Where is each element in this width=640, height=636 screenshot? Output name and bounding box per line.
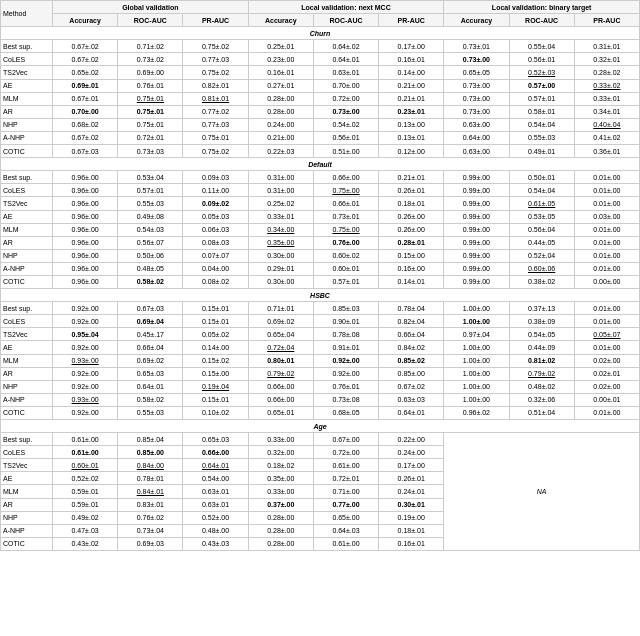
data-cell: 0.99±.00 <box>444 197 509 210</box>
data-cell: 0.67±.03 <box>118 302 183 315</box>
data-cell: 0.65±.02 <box>53 66 118 79</box>
lv2-rocauc-header: ROC-AUC <box>509 14 574 27</box>
method-cell: NHP <box>1 380 53 393</box>
data-cell: 0.65±.01 <box>248 406 313 419</box>
data-cell: 0.15±.01 <box>183 393 248 406</box>
data-cell: 0.72±.00 <box>313 446 378 459</box>
data-cell: 0.66±.04 <box>118 341 183 354</box>
data-cell: 0.73±.01 <box>444 40 509 53</box>
data-cell: 0.37±.13 <box>509 302 574 315</box>
data-cell: 0.85±.00 <box>118 446 183 459</box>
data-cell: 0.31±.00 <box>248 184 313 197</box>
data-cell: 0.92±.00 <box>53 315 118 328</box>
table-row: Best sup.0.92±.000.67±.030.15±.010.71±.0… <box>1 302 640 315</box>
data-cell: 0.08±.02 <box>183 275 248 288</box>
data-cell: 0.25±.01 <box>248 40 313 53</box>
data-cell: 0.17±.00 <box>379 40 444 53</box>
data-cell: 0.73±.00 <box>313 105 378 118</box>
data-cell: 0.49±.02 <box>53 511 118 524</box>
data-cell: 0.92±.00 <box>53 367 118 380</box>
data-cell: 0.47±.03 <box>53 524 118 537</box>
data-cell: 0.45±.17 <box>118 328 183 341</box>
data-cell: 0.93±.00 <box>53 393 118 406</box>
data-cell: 0.69±.01 <box>53 79 118 92</box>
data-cell: 0.69±.02 <box>248 315 313 328</box>
data-cell: 0.19±.04 <box>183 380 248 393</box>
data-cell: 0.75±.01 <box>118 92 183 105</box>
data-cell: 0.01±.00 <box>574 315 639 328</box>
data-cell: 0.73±.04 <box>118 524 183 537</box>
data-cell: 0.72±.01 <box>313 472 378 485</box>
table-row: Best sup.0.67±.020.71±.020.75±.020.25±.0… <box>1 40 640 53</box>
data-cell: 0.07±.07 <box>183 249 248 262</box>
data-cell: 0.77±.02 <box>183 105 248 118</box>
data-cell: 0.60±.02 <box>313 249 378 262</box>
method-cell: Best sup. <box>1 433 53 446</box>
data-cell: 0.09±.03 <box>183 171 248 184</box>
data-cell: 0.66±.04 <box>379 328 444 341</box>
data-cell: 0.85±.03 <box>313 302 378 315</box>
gv-accuracy-header: Accuracy <box>53 14 118 27</box>
data-cell: 0.79±.02 <box>248 367 313 380</box>
data-cell: 0.29±.01 <box>248 262 313 275</box>
data-cell: 0.32±.01 <box>574 53 639 66</box>
data-cell: 0.52±.02 <box>53 472 118 485</box>
method-cell: TS2Vec <box>1 459 53 472</box>
table-row: AE0.92±.000.66±.040.14±.000.72±.040.91±.… <box>1 341 640 354</box>
data-cell: 0.68±.02 <box>53 118 118 131</box>
data-cell: 0.18±.01 <box>379 197 444 210</box>
data-cell: 0.67±.02 <box>53 40 118 53</box>
data-cell: 0.53±.05 <box>509 210 574 223</box>
data-cell: 0.61±.00 <box>313 537 378 550</box>
section-header-age: Age <box>1 420 640 433</box>
data-cell: 0.17±.00 <box>379 459 444 472</box>
data-cell: 0.10±.02 <box>183 406 248 419</box>
data-cell: 0.96±.00 <box>53 275 118 288</box>
data-cell: 0.92±.00 <box>53 302 118 315</box>
data-cell: 0.49±.01 <box>509 145 574 158</box>
data-cell: 0.15±.00 <box>183 367 248 380</box>
method-cell: A-NHP <box>1 262 53 275</box>
data-cell: 0.01±.00 <box>574 184 639 197</box>
data-cell: 0.85±.02 <box>379 354 444 367</box>
data-cell: 0.67±.02 <box>53 53 118 66</box>
data-cell: 0.69±.03 <box>118 537 183 550</box>
data-cell: 0.76±.00 <box>313 236 378 249</box>
data-cell: 0.82±.01 <box>183 79 248 92</box>
data-cell: 0.68±.05 <box>313 406 378 419</box>
table-row: AR0.96±.000.56±.070.08±.030.35±.000.76±.… <box>1 236 640 249</box>
table-row: AR0.92±.000.65±.030.15±.000.79±.020.92±.… <box>1 367 640 380</box>
data-cell: 0.28±.00 <box>248 524 313 537</box>
method-cell: NHP <box>1 249 53 262</box>
data-cell: 0.56±.01 <box>313 131 378 144</box>
data-cell: 0.78±.01 <box>118 472 183 485</box>
local-binary-header: Local validation: binary target <box>444 1 640 14</box>
data-cell: 0.38±.09 <box>509 315 574 328</box>
data-cell: 0.50±.01 <box>509 171 574 184</box>
table-row: COTIC0.96±.000.58±.020.08±.020.30±.000.5… <box>1 275 640 288</box>
data-cell: 0.99±.00 <box>444 249 509 262</box>
table-row: NHP0.92±.000.64±.010.19±.040.66±.000.76±… <box>1 380 640 393</box>
data-cell: 0.33±.01 <box>574 92 639 105</box>
data-cell: 0.82±.04 <box>379 315 444 328</box>
data-cell: 0.24±.01 <box>379 485 444 498</box>
data-cell: 0.99±.00 <box>444 223 509 236</box>
section-header-hsbc: HSBC <box>1 289 640 302</box>
data-cell: 0.54±.02 <box>313 118 378 131</box>
table-row: AR0.70±.000.75±.010.77±.020.28±.000.73±.… <box>1 105 640 118</box>
data-cell: 0.25±.02 <box>248 197 313 210</box>
data-cell: 0.76±.02 <box>118 511 183 524</box>
data-cell: 0.72±.01 <box>118 131 183 144</box>
data-cell: 0.55±.03 <box>509 131 574 144</box>
data-cell: 0.75±.01 <box>118 105 183 118</box>
results-table: Method Global validation Local validatio… <box>0 0 640 551</box>
data-cell: 0.84±.00 <box>118 459 183 472</box>
data-cell: 0.67±.01 <box>53 92 118 105</box>
data-cell: 0.26±.01 <box>379 184 444 197</box>
data-cell: 0.00±.01 <box>574 393 639 406</box>
data-cell: 0.66±.01 <box>313 197 378 210</box>
data-cell: 0.22±.00 <box>379 433 444 446</box>
data-cell: 0.69±.00 <box>118 66 183 79</box>
data-cell: 0.65±.00 <box>313 511 378 524</box>
lv2-prauc-header: PR-AUC <box>574 14 639 27</box>
